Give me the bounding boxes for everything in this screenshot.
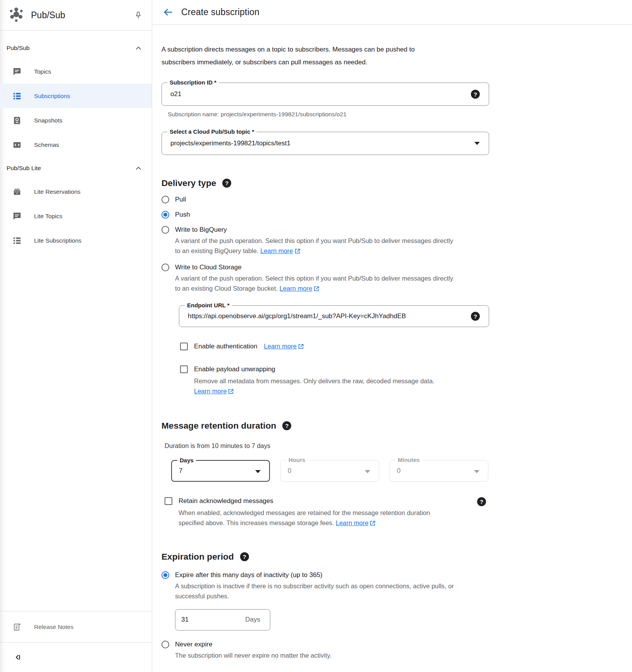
retention-note: Duration is from 10 minutes to 7 days <box>165 442 632 450</box>
chat-bubble-icon <box>13 212 21 221</box>
enable-authentication-row[interactable]: Enable authentication Learn more <box>180 343 632 350</box>
endpoint-url-label: Endpoint URL * <box>185 302 232 308</box>
learn-more-link[interactable]: Learn more <box>280 285 319 292</box>
app-title: Pub/Sub <box>31 10 134 21</box>
help-icon[interactable] <box>477 497 486 506</box>
intro-text: A subscription directs messages on a top… <box>161 43 448 69</box>
sidebar-item-schemas[interactable]: Schemas <box>0 133 152 157</box>
page-header: Create subscription <box>152 0 632 25</box>
minutes-select[interactable]: Minutes 0 <box>390 460 488 482</box>
radio-circle[interactable] <box>161 196 169 203</box>
retain-messages-row[interactable]: Retain acknowledged messages <box>165 497 489 505</box>
subscription-id-field[interactable]: Subscription ID * o21 <box>161 83 489 106</box>
learn-more-link[interactable]: Learn more <box>264 343 304 350</box>
delivery-type-heading: Delivery type <box>161 178 216 188</box>
help-icon[interactable] <box>471 90 480 98</box>
chevron-up-icon <box>136 165 141 172</box>
hours-select[interactable]: Hours 0 <box>280 460 379 482</box>
radio-circle[interactable] <box>161 226 169 234</box>
help-icon[interactable] <box>222 179 231 188</box>
release-notes-item[interactable]: Release Notes <box>0 611 152 642</box>
sidebar-item-label: Topics <box>34 68 51 75</box>
sidebar-item-label: Lite Subscriptions <box>34 237 81 244</box>
sidebar-item-lite-subscriptions[interactable]: Lite Subscriptions <box>0 228 152 253</box>
subscription-id-value: o21 <box>170 90 181 98</box>
sidebar-item-lite-topics[interactable]: Lite Topics <box>0 204 152 228</box>
back-arrow-icon[interactable] <box>163 7 173 17</box>
sidebar-item-topics[interactable]: Topics <box>0 59 152 84</box>
sidebar-item-snapshots[interactable]: Snapshots <box>0 108 152 133</box>
expiration-heading-row: Expiration period <box>161 552 632 562</box>
pubsub-logo-icon <box>8 6 24 24</box>
retain-messages-description: When enabled, acknowledged messages are … <box>179 508 430 528</box>
radio-circle[interactable] <box>161 211 169 219</box>
sidebar-item-subscriptions[interactable]: Subscriptions <box>0 84 152 108</box>
radio-push[interactable]: Push <box>161 211 632 219</box>
sidebar: Pub/Sub Pub/Sub Topics <box>0 0 152 672</box>
collapse-left-icon[interactable] <box>13 653 22 662</box>
learn-more-link[interactable]: Learn more <box>336 519 375 526</box>
radio-write-bigquery[interactable]: Write to BigQuery <box>161 226 632 234</box>
caret-down-icon <box>474 470 479 473</box>
sidebar-header: Pub/Sub <box>0 0 152 31</box>
sidebar-item-lite-reservations[interactable]: Lite Reservations <box>0 179 152 204</box>
days-select[interactable]: Days 7 <box>171 460 270 482</box>
sidebar-item-label: Schemas <box>34 141 59 148</box>
caret-down-icon <box>474 142 480 145</box>
enable-authentication-checkbox[interactable] <box>180 343 188 350</box>
pin-icon[interactable] <box>134 11 143 19</box>
retention-heading: Message retention duration <box>161 421 276 431</box>
chat-bubble-icon <box>13 67 21 76</box>
subscription-name-hint: Subscription name: projects/experiments-… <box>168 111 632 118</box>
help-icon[interactable] <box>240 552 249 561</box>
caret-down-icon <box>255 470 261 473</box>
help-icon[interactable] <box>471 312 480 320</box>
list-icon <box>13 92 21 100</box>
sidebar-item-label: Snapshots <box>34 117 62 124</box>
open-in-new-icon <box>295 248 300 254</box>
main-panel: Create subscription A subscription direc… <box>152 0 632 672</box>
sidebar-item-label: Lite Topics <box>34 213 62 220</box>
days-suffix: Days <box>245 616 260 624</box>
radio-never-expire[interactable]: Never expire <box>161 641 632 648</box>
expiration-heading: Expiration period <box>161 552 234 562</box>
subscription-id-label: Subscription ID * <box>167 79 219 86</box>
chevron-up-icon <box>136 45 141 52</box>
code-brackets-icon <box>13 141 21 149</box>
topic-select-label: Select a Cloud Pub/Sub topic * <box>167 128 256 135</box>
sidebar-nav: Pub/Sub Topics Subscriptions <box>0 31 152 611</box>
radio-write-cloud-storage[interactable]: Write to Cloud Storage <box>161 264 632 271</box>
help-icon[interactable] <box>282 421 291 430</box>
open-in-new-icon <box>298 344 304 349</box>
cloud-storage-description: A variant of the push operation. Select … <box>175 273 456 294</box>
endpoint-url-field[interactable]: Endpoint URL * https://api.openobserve.a… <box>179 305 489 327</box>
radio-circle[interactable] <box>161 571 169 579</box>
retain-messages-block: Retain acknowledged messages When enable… <box>161 497 489 528</box>
section-label: Pub/Sub <box>7 45 136 52</box>
sidebar-section-pubsub-lite[interactable]: Pub/Sub Lite <box>0 157 152 179</box>
sidebar-item-label: Lite Reservations <box>34 188 81 195</box>
retain-messages-checkbox[interactable] <box>165 497 172 505</box>
enable-payload-unwrapping-checkbox[interactable] <box>180 365 188 373</box>
radio-expire-after[interactable]: Expire after this many days of inactivit… <box>161 571 632 579</box>
radio-circle[interactable] <box>161 641 169 648</box>
enable-payload-unwrapping-row[interactable]: Enable payload unwrapping <box>180 365 632 373</box>
instant-photo-icon <box>13 116 21 125</box>
bigquery-description: A variant of the push operation. Select … <box>175 236 456 256</box>
open-in-new-icon <box>228 389 234 394</box>
sidebar-item-label: Subscriptions <box>34 93 70 100</box>
learn-more-link[interactable]: Learn more <box>194 388 234 395</box>
retention-heading-row: Message retention duration <box>161 421 632 431</box>
topic-select[interactable]: Select a Cloud Pub/Sub topic * projects/… <box>161 132 489 155</box>
learn-more-link[interactable]: Learn more <box>260 247 300 254</box>
open-in-new-icon <box>314 286 319 291</box>
sidebar-collapse-row <box>0 642 152 672</box>
duration-row: Days 7 Hours 0 Minutes 0 <box>171 460 632 482</box>
endpoint-url-value: https://api.openobserve.ai/gcp/org1/stre… <box>188 312 406 320</box>
expiration-days-input[interactable]: 31 Days <box>175 609 270 631</box>
release-notes-label: Release Notes <box>34 624 74 631</box>
sidebar-section-pubsub[interactable]: Pub/Sub <box>0 37 152 59</box>
radio-pull[interactable]: Pull <box>161 196 632 203</box>
list-icon <box>13 236 21 245</box>
radio-circle[interactable] <box>161 264 169 271</box>
